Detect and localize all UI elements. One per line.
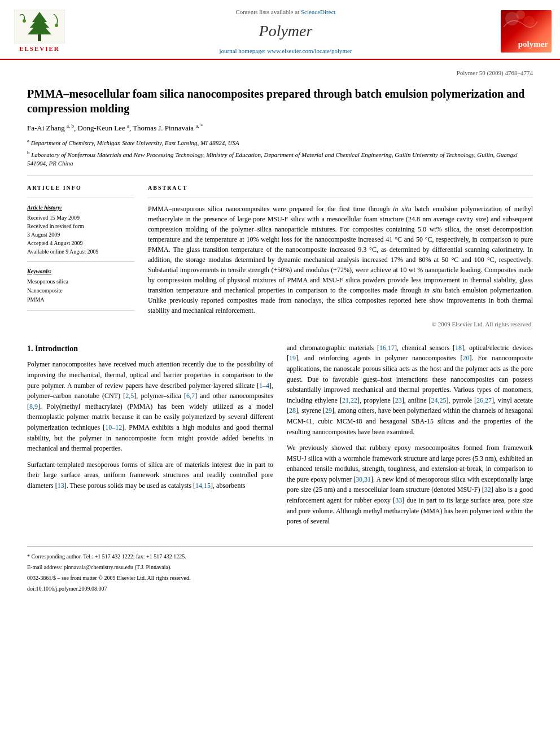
- polymer-logo-box: polymer: [501, 10, 552, 53]
- main-content: Polymer 50 (2009) 4768–4774 PMMA–mesocel…: [0, 60, 560, 604]
- body-para-right-1: and chromatographic materials [16,17], c…: [287, 343, 533, 437]
- svg-point-8: [516, 10, 525, 19]
- ref-1-4[interactable]: 1–4: [259, 382, 269, 390]
- revised-label: Received in revised form: [27, 222, 134, 230]
- body-two-col: 1. Introduction Polymer nanocomposites h…: [27, 343, 533, 532]
- ref-18[interactable]: 18: [455, 344, 462, 352]
- article-info-abstract: ARTICLE INFO Article history: Received 1…: [27, 184, 533, 329]
- ref-19[interactable]: 19: [289, 354, 296, 362]
- accepted-date: Accepted 4 August 2009: [27, 239, 134, 247]
- divider-info-bottom: [27, 310, 134, 311]
- elsevier-logo-area: ELSEVIER: [0, 5, 79, 59]
- affiliation-a: a Department of Chemistry, Michigan Stat…: [27, 137, 533, 147]
- received-date: Received 15 May 2009: [27, 213, 134, 222]
- footer-col-left: * Corresponding author. Tel.: +1 517 432…: [27, 552, 273, 574]
- body-para-right-2: We previously showed that rubbery epoxy …: [287, 443, 533, 527]
- article-info-header: ARTICLE INFO: [27, 184, 134, 192]
- ref-10-12[interactable]: 10–12: [105, 423, 122, 431]
- svg-rect-1: [38, 33, 41, 41]
- elsevier-tree-icon: [14, 10, 65, 43]
- keyword-2: Nanocomposite: [27, 286, 134, 295]
- polymer-logo-decoration: [501, 10, 540, 41]
- abstract-header: ABSTRACT: [148, 184, 533, 192]
- divider-abstract-top: [148, 198, 533, 198]
- footer-col-right: [287, 552, 533, 574]
- journal-title: Polymer: [259, 20, 313, 42]
- affil-sup-a: a, b: [67, 123, 74, 129]
- keywords-label: Keywords:: [27, 268, 134, 276]
- authors-line: Fa-Ai Zhang a, b, Dong-Keun Lee a, Thoma…: [27, 123, 533, 134]
- body-para-2: Surfactant-templated mesoporous forms of…: [27, 460, 273, 491]
- sciencedirect-link[interactable]: ScienceDirect: [301, 8, 336, 15]
- availability-text: Contents lists available at ScienceDirec…: [235, 8, 335, 16]
- ref-6-7[interactable]: 6,7: [186, 392, 195, 400]
- journal-header-center: Contents lists available at ScienceDirec…: [79, 5, 492, 59]
- doi-line: doi:10.1016/j.polymer.2009.08.007: [27, 584, 533, 593]
- divider-info-mid: [27, 261, 134, 262]
- divider-info-top: [27, 198, 134, 198]
- ref-2-5[interactable]: 2,5: [125, 392, 134, 400]
- article-title: PMMA–mesocellular foam silica nanocompos…: [27, 86, 533, 116]
- ref-30-31[interactable]: 30,31: [356, 475, 371, 483]
- article-info-column: ARTICLE INFO Article history: Received 1…: [27, 184, 134, 329]
- ref-29[interactable]: 29: [325, 407, 332, 414]
- history-label: Article history:: [27, 204, 134, 212]
- body-content: 1. Introduction Polymer nanocomposites h…: [27, 343, 533, 532]
- journal-homepage: journal homepage: www.elsevier.com/locat…: [219, 47, 352, 55]
- keyword-3: PMMA: [27, 295, 134, 304]
- page-header: ELSEVIER Contents lists available at Sci…: [0, 0, 560, 60]
- elsevier-logo: ELSEVIER: [14, 10, 65, 53]
- keyword-1: Mesoporous silica: [27, 277, 134, 286]
- body-col-left: 1. Introduction Polymer nanocomposites h…: [27, 343, 273, 532]
- ref-16-17[interactable]: 16,17: [379, 344, 395, 352]
- article-history: Article history: Received 15 May 2009 Re…: [27, 204, 134, 256]
- svg-point-5: [23, 19, 26, 23]
- ref-13[interactable]: 13: [58, 482, 64, 490]
- body-col-right: and chromatographic materials [16,17], c…: [287, 343, 533, 532]
- copyright-text: © 2009 Elsevier Ltd. All rights reserved…: [148, 320, 533, 329]
- keywords-group: Keywords: Mesoporous silica Nanocomposit…: [27, 268, 134, 304]
- affiliation-b: b Laboratory of Nonferrous Materials and…: [27, 149, 533, 168]
- ref-32[interactable]: 32: [484, 486, 491, 493]
- available-date: Available online 9 August 2009: [27, 247, 134, 256]
- elsevier-brand-text: ELSEVIER: [19, 45, 60, 53]
- ref-24-25[interactable]: 24,25: [431, 396, 446, 404]
- ref-14-15[interactable]: 14,15: [195, 482, 211, 490]
- abstract-text: PMMA–mesoporous silica nanocomposites we…: [148, 204, 533, 316]
- section-1-title: 1. Introduction: [27, 343, 273, 355]
- issn-line: 0032-3861/$ – see front matter © 2009 El…: [27, 574, 533, 582]
- polymer-logo-text: polymer: [518, 38, 548, 50]
- email-note: E-mail address: pinnavaia@chemistry.msu.…: [27, 563, 273, 571]
- ref-8-9[interactable]: 8,9: [29, 403, 38, 410]
- abstract-column: ABSTRACT PMMA–mesoporous silica nanocomp…: [148, 184, 533, 329]
- divider-1: [27, 176, 533, 176]
- corresponding-author-note: * Corresponding author. Tel.: +1 517 432…: [27, 552, 273, 561]
- ref-26-27[interactable]: 26,27: [476, 396, 492, 404]
- revised-date: 3 August 2009: [27, 230, 134, 239]
- page-footer: * Corresponding author. Tel.: +1 517 432…: [27, 546, 533, 593]
- affil-sup-c: a, *: [195, 123, 203, 129]
- affil-sup-b: a: [127, 123, 129, 129]
- ref-23[interactable]: 23: [395, 396, 402, 404]
- ref-21-22[interactable]: 21,22: [342, 396, 357, 404]
- ref-20[interactable]: 20: [463, 354, 470, 362]
- ref-33[interactable]: 33: [395, 496, 402, 504]
- body-para-1: Polymer nanocomposites have received muc…: [27, 359, 273, 453]
- footer-two-col: * Corresponding author. Tel.: +1 517 432…: [27, 552, 533, 574]
- svg-point-6: [55, 24, 58, 27]
- journal-reference: Polymer 50 (2009) 4768–4774: [27, 69, 533, 77]
- polymer-logo-area: polymer: [492, 5, 560, 59]
- homepage-link[interactable]: journal homepage: www.elsevier.com/locat…: [219, 47, 352, 54]
- ref-28[interactable]: 28: [289, 407, 296, 414]
